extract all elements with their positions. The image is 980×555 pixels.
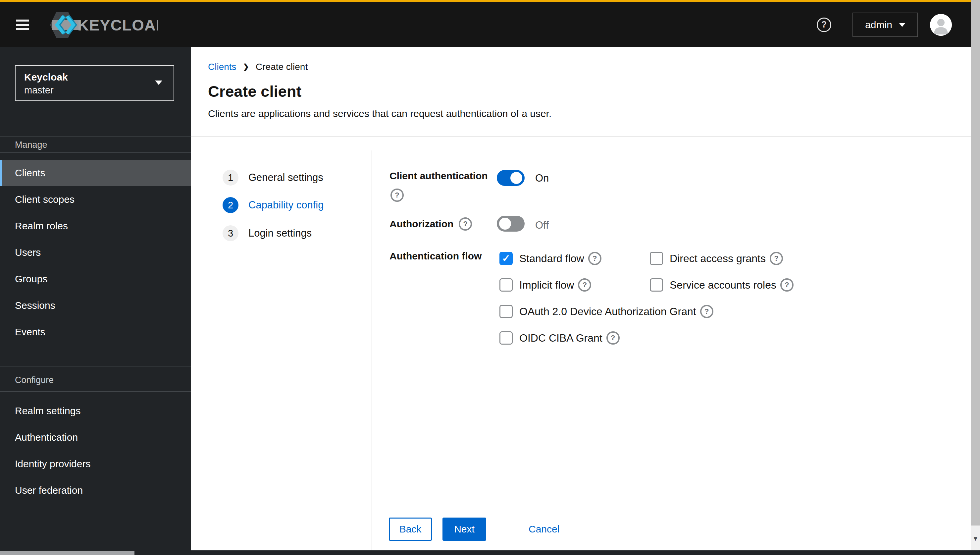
chevron-right-icon: ❯: [243, 63, 249, 71]
nav-section-manage: Manage: [15, 140, 47, 150]
wizard-divider: [372, 151, 372, 550]
page-description: Clients are applications and services th…: [208, 108, 552, 119]
user-name: admin: [865, 19, 892, 30]
help-icon[interactable]: ?: [390, 189, 404, 202]
back-button[interactable]: Back: [389, 518, 432, 541]
check-icon: ✓: [502, 253, 510, 263]
sidebar-item-identity-providers[interactable]: Identity providers: [0, 451, 191, 477]
checkbox-oauth-device-authorization-grant[interactable]: ✓ OAuth 2.0 Device Authorization Grant ?: [499, 305, 713, 318]
authorization-toggle[interactable]: [497, 216, 524, 232]
checkbox-standard-flow[interactable]: ✓ Standard flow ?: [499, 252, 601, 265]
horizontal-scrollbar[interactable]: [0, 550, 980, 555]
sidebar-divider: [0, 366, 191, 366]
breadcrumb-clients-link[interactable]: Clients: [208, 62, 237, 72]
brand-text: KEYCLOAK: [77, 16, 158, 34]
horizontal-scrollbar-thumb[interactable]: [0, 551, 134, 555]
sidebar-item-clients[interactable]: Clients: [0, 160, 191, 186]
sidebar-item-groups[interactable]: Groups: [0, 266, 191, 292]
checkbox-box[interactable]: ✓: [650, 252, 663, 265]
next-button[interactable]: Next: [443, 518, 486, 541]
keycloak-logo-graphic: KEYCLOAK: [48, 11, 158, 39]
help-icon[interactable]: ?: [700, 305, 713, 318]
step-label: General settings: [248, 172, 323, 184]
realm-selector[interactable]: Keycloak master: [15, 65, 174, 101]
client-authentication-toggle[interactable]: [497, 170, 524, 186]
scroll-down-arrow-icon[interactable]: ▼: [971, 535, 980, 542]
wizard-step-general-settings[interactable]: 1 General settings: [222, 170, 323, 186]
authorization-label: Authorization ?: [390, 217, 472, 231]
checkbox-label: OAuth 2.0 Device Authorization Grant: [519, 305, 696, 318]
step-number: 2: [222, 197, 238, 213]
client-authentication-label: Client authentication: [390, 170, 488, 181]
wizard-step-login-settings[interactable]: 3 Login settings: [222, 225, 312, 241]
checkbox-box[interactable]: ✓: [499, 305, 513, 318]
toggle-knob: [510, 172, 522, 184]
checkbox-label: Standard flow: [519, 252, 584, 265]
keycloak-logo: KEYCLOAK: [48, 11, 158, 39]
help-icon[interactable]: ?: [606, 331, 620, 345]
authorization-value: Off: [535, 219, 549, 231]
help-glyph: ?: [593, 254, 597, 263]
sidebar-divider: [0, 152, 191, 153]
page-title: Create client: [208, 82, 301, 100]
step-label: Capability config: [248, 199, 324, 211]
main-content: Clients ❯ Create client Create client Cl…: [191, 47, 971, 550]
chevron-down-icon: [899, 23, 905, 27]
sidebar-item-client-scopes[interactable]: Client scopes: [0, 186, 191, 213]
checkbox-box[interactable]: ✓: [650, 278, 663, 292]
sidebar-divider: [0, 391, 191, 391]
sidebar-divider: [0, 136, 191, 136]
step-label: Login settings: [248, 227, 312, 239]
realm-selector-realm: master: [24, 84, 165, 96]
checkbox-label: OIDC CIBA Grant: [519, 332, 603, 344]
checkbox-direct-access-grants[interactable]: ✓ Direct access grants ?: [650, 252, 783, 265]
vertical-scrollbar[interactable]: ▼: [971, 0, 980, 550]
help-glyph: ?: [464, 220, 468, 228]
help-icon[interactable]: ?: [578, 278, 591, 292]
header-divider: [191, 136, 971, 137]
sidebar-item-sessions[interactable]: Sessions: [0, 292, 191, 319]
checkbox-implicit-flow[interactable]: ✓ Implicit flow ?: [499, 278, 591, 292]
checkbox-box[interactable]: ✓: [499, 252, 513, 265]
sidebar-item-realm-settings[interactable]: Realm settings: [0, 398, 191, 424]
step-number: 3: [222, 225, 238, 241]
help-icon[interactable]: ?: [588, 252, 601, 265]
toggle-knob: [499, 218, 511, 229]
help-glyph: ?: [705, 307, 709, 316]
checkbox-box[interactable]: ✓: [499, 278, 513, 292]
help-glyph: ?: [583, 281, 587, 289]
checkbox-box[interactable]: ✓: [499, 331, 513, 345]
sidebar-item-user-federation[interactable]: User federation: [0, 477, 191, 504]
sidebar-item-authentication[interactable]: Authentication: [0, 424, 191, 451]
sidebar-item-users[interactable]: Users: [0, 239, 191, 266]
authorization-label-text: Authorization: [390, 218, 453, 229]
cancel-button[interactable]: Cancel: [529, 518, 568, 541]
help-glyph: ?: [395, 191, 399, 199]
help-glyph: ?: [821, 19, 827, 30]
wizard-step-capability-config[interactable]: 2 Capability config: [222, 197, 324, 213]
vertical-scrollbar-thumb[interactable]: [971, 0, 980, 526]
checkbox-service-accounts-roles[interactable]: ✓ Service accounts roles ?: [650, 278, 793, 292]
checkbox-label: Service accounts roles: [670, 279, 776, 291]
hamburger-menu-icon[interactable]: [16, 19, 29, 30]
help-icon[interactable]: ?: [817, 18, 831, 32]
masthead: KEYCLOAK ? admin: [0, 2, 971, 47]
help-icon[interactable]: ?: [459, 217, 472, 231]
top-accent-bar: [0, 0, 971, 2]
user-menu-dropdown[interactable]: admin: [852, 13, 918, 37]
help-icon[interactable]: ?: [770, 252, 783, 265]
nav-section-configure: Configure: [15, 375, 54, 385]
breadcrumb-current: Create client: [256, 62, 308, 72]
help-icon[interactable]: ?: [780, 278, 793, 292]
sidebar-item-realm-roles[interactable]: Realm roles: [0, 213, 191, 239]
checkbox-label: Implicit flow: [519, 279, 574, 291]
avatar-person-icon: [930, 14, 952, 36]
help-glyph: ?: [774, 254, 778, 263]
chevron-down-icon: [155, 80, 162, 85]
help-glyph: ?: [785, 281, 789, 289]
checkbox-oidc-ciba-grant[interactable]: ✓ OIDC CIBA Grant ?: [499, 331, 620, 345]
sidebar: Keycloak master Manage Clients Client sc…: [0, 47, 191, 550]
authentication-flow-label: Authentication flow: [390, 250, 481, 262]
avatar[interactable]: [930, 14, 952, 36]
sidebar-item-events[interactable]: Events: [0, 319, 191, 345]
